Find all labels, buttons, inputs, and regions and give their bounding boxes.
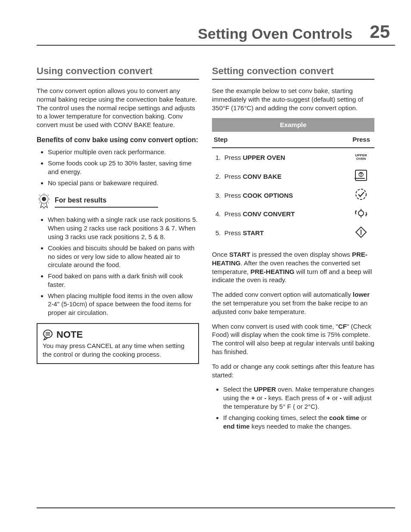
- list-item: When placing multiple food items in the …: [48, 292, 199, 317]
- left-intro: The conv convert option allows you to co…: [37, 87, 199, 129]
- conv-convert-icon: [354, 207, 368, 219]
- list-item: Select the UPPER oven. Make temperature …: [223, 385, 374, 411]
- page-title: Setting Oven Controls: [198, 25, 352, 42]
- page-header: Setting Oven Controls 25: [37, 22, 395, 46]
- right-column: Setting convection convert See the examp…: [212, 65, 374, 436]
- left-column: Using convection convert The conv conver…: [37, 65, 199, 436]
- best-results-heading: For best results: [37, 193, 199, 208]
- benefits-list: Superior multiple oven rack performance.…: [37, 148, 199, 187]
- benefits-heading: Benefits of conv bake using conv convert…: [37, 135, 199, 144]
- conv-bake-icon: [355, 169, 367, 181]
- list-item: Superior multiple oven rack performance.: [48, 148, 199, 156]
- note-label: NOTE: [56, 328, 83, 341]
- table-row: 4. Press CONV CONVERT: [212, 205, 348, 224]
- list-item: No special pans or bakeware required.: [48, 179, 199, 187]
- example-table: Example Step Press 1. Press UPPER OVEN U…: [212, 118, 374, 243]
- cook-options-icon: [355, 188, 367, 201]
- right-heading: Setting convection convert: [212, 65, 374, 77]
- table-row: 1. Press UPPER OVEN: [212, 148, 348, 167]
- upper-oven-icon: UPPEROVEN: [355, 154, 367, 161]
- col-press: Press: [348, 132, 374, 148]
- svg-line-8: [39, 202, 40, 203]
- table-row: 2. Press CONV BAKE: [212, 167, 348, 186]
- paragraph: When conv convert is used with cook time…: [212, 322, 374, 356]
- example-title: Example: [212, 118, 374, 132]
- left-heading: Using convection convert: [37, 65, 199, 77]
- award-ribbon-icon: [37, 193, 51, 208]
- table-row: 3. Press COOK OPTIONS: [212, 186, 348, 205]
- settings-list: Select the UPPER oven. Make temperature …: [212, 385, 374, 430]
- list-item: Some foods cook up 25 to 30% faster, sav…: [48, 159, 199, 176]
- svg-line-6: [39, 195, 40, 196]
- note-text: You may press CANCEL at any time when se…: [43, 342, 193, 359]
- list-item: If changing cooking times, select the co…: [223, 414, 374, 431]
- start-icon: [355, 226, 367, 238]
- svg-line-7: [48, 195, 49, 196]
- list-item: Cookies and biscuits should be baked on …: [48, 244, 199, 269]
- svg-line-9: [48, 202, 49, 203]
- svg-point-1: [42, 197, 46, 201]
- note-icon: [43, 329, 54, 340]
- list-item: Food baked on pans with a dark finish wi…: [48, 272, 199, 289]
- paragraph: Once START is pressed the oven display s…: [212, 250, 374, 284]
- best-results-list: When baking with a single rack use rack …: [37, 215, 199, 317]
- list-item: When baking with a single rack use rack …: [48, 215, 199, 241]
- note-box: NOTE You may press CANCEL at any time wh…: [37, 323, 199, 364]
- col-step: Step: [212, 132, 348, 148]
- svg-point-18: [358, 211, 364, 216]
- paragraph: To add or change any cook settings after…: [212, 362, 374, 380]
- svg-point-17: [356, 189, 366, 199]
- paragraph: The added conv convert option will autom…: [212, 290, 374, 316]
- table-row: 5. Press START: [212, 224, 348, 243]
- footer-rule: [37, 507, 395, 508]
- right-intro: See the example below to set conv bake, …: [212, 87, 374, 112]
- page-number: 25: [364, 22, 395, 42]
